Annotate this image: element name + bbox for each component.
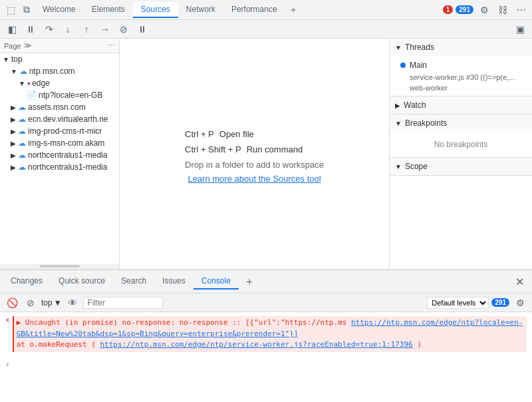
tab-issues[interactable]: Issues — [154, 274, 194, 290]
step-icon[interactable]: → — [97, 21, 113, 37]
devtools-window: ⬚ ⧉ Welcome Elements Sources Network Per… — [0, 0, 532, 402]
step-out-icon[interactable]: ↑ — [78, 21, 94, 37]
tree-label-assets: assets.msn.com — [28, 102, 86, 112]
error-text-1: ▶ Uncaught (in promise) no-response: no-… — [17, 318, 347, 327]
tree-item-ntp-file[interactable]: 📄 ntp?locale=en-GB — [0, 89, 113, 101]
tree-label-top: top — [11, 55, 23, 64]
inspect-icon[interactable]: ⬚ — [3, 2, 19, 18]
pause-icon[interactable]: ⏸ — [23, 21, 39, 37]
console-filter-icon[interactable]: ⊘ — [23, 295, 39, 311]
tab-elements[interactable]: Elements — [84, 2, 133, 18]
tree-label-edge: edge — [32, 79, 50, 88]
error-text-2: at o.makeRequest ( — [17, 340, 96, 349]
tree-item-assets[interactable]: ▶ ☁ assets.msn.com — [0, 101, 119, 113]
top-label: top — [41, 298, 53, 307]
scope-header[interactable]: ▼ Scope — [390, 158, 532, 175]
error-message-row: ✕ ▶ Uncaught (in promise) no-response: n… — [5, 315, 527, 353]
tree-label-north2: northcentralus1-media — [28, 162, 107, 172]
thread-service-worker[interactable]: service-worker.js #30 (()=>p(e,... — [390, 72, 532, 83]
chevron-right-icon-2: ▶ — [11, 116, 16, 123]
add-console-tab-icon[interactable]: ＋ — [239, 272, 260, 292]
remote-icon[interactable]: ⛓ — [495, 2, 511, 18]
cloud-icon-5: ☁ — [18, 138, 26, 148]
tree-item-ecn[interactable]: ▶ ☁ ecn.dev.virtualearth.ne — [0, 113, 119, 125]
tree-label-ntp-msn: ntp.msn.com — [29, 67, 75, 76]
tree-item-img-prod[interactable]: ▶ ☁ img-prod-cms-rt-micr — [0, 125, 119, 137]
tree-item-north2[interactable]: ▶ ☁ northcentralus1-media — [0, 161, 119, 173]
right-sidebar-toggle[interactable]: ▣ — [512, 21, 528, 37]
console-eye-icon[interactable]: 👁 — [65, 295, 80, 311]
sidebar-toggle-icon[interactable]: ◧ — [4, 21, 20, 37]
close-console-icon[interactable]: ✕ — [510, 273, 529, 291]
cloud-icon: ☁ — [19, 67, 27, 76]
tree-item-top[interactable]: ▼ top — [0, 53, 119, 65]
chevron-down-icon-3: ▼ — [19, 80, 25, 87]
tab-search[interactable]: Search — [113, 274, 154, 290]
console-badge: 291 — [456, 5, 473, 14]
device-icon[interactable]: ⧉ — [19, 2, 35, 18]
tab-welcome[interactable]: Welcome — [35, 2, 84, 18]
settings-icon[interactable]: ⚙ — [476, 2, 492, 18]
tree-label-img-s: img-s-msn-com.akam — [28, 138, 104, 148]
console-log-area: ✕ ▶ Uncaught (in promise) no-response: n… — [0, 312, 532, 402]
thread-main[interactable]: Main — [390, 59, 532, 72]
tab-performance[interactable]: Performance — [223, 2, 285, 18]
console-input[interactable] — [14, 360, 527, 369]
tree-item-north1[interactable]: ▶ ☁ northcentralus1-media — [0, 149, 119, 161]
editor-area: Ctrl + P Open file Ctrl + Shift + P Run … — [120, 39, 389, 269]
cloud-icon-3: ☁ — [18, 114, 26, 124]
tree-label-north1: northcentralus1-media — [28, 150, 107, 160]
console-settings-icon[interactable]: ⚙ — [512, 295, 528, 311]
shortcut-run-command: Ctrl + Shift + P Run command — [185, 144, 324, 154]
breakpoints-header[interactable]: ▼ Breakpoints — [390, 114, 532, 132]
middle-section: Page ≫ ⋯ ▼ top ▼ ☁ ntp.msn.com ▼ ▪ edge — [0, 39, 532, 269]
deactivate-icon[interactable]: ⊘ — [116, 21, 132, 37]
watch-header[interactable]: ▶ Watch — [390, 97, 532, 114]
learn-more-link[interactable]: Learn more about the Sources tool — [185, 174, 324, 184]
breakpoints-chevron-icon: ▼ — [395, 120, 402, 127]
threads-content: Main service-worker.js #30 (()=>p(e,... … — [390, 56, 532, 96]
tab-console[interactable]: Console — [194, 274, 239, 290]
threads-header[interactable]: ▼ Threads — [390, 39, 532, 56]
error-link-2[interactable]: https://ntp.msn.com/edge/ntp/service-wor… — [100, 340, 412, 349]
console-error-message: ▶ Uncaught (in promise) no-response: no-… — [13, 316, 527, 352]
bottom-tabs-bar: Changes Quick source Search Issues Conso… — [0, 270, 532, 294]
thread-web-worker[interactable]: web-worker — [390, 83, 532, 93]
chevron-right-icon: ▶ — [11, 104, 16, 111]
top-arrow-icon: ▼ — [54, 298, 62, 307]
more-dots[interactable]: ⋯ — [108, 41, 115, 50]
watch-label: Watch — [404, 100, 426, 110]
scope-label: Scope — [405, 162, 428, 171]
threads-label: Threads — [405, 43, 434, 52]
tree-item-img-s[interactable]: ▶ ☁ img-s-msn-com.akam — [0, 137, 119, 149]
more-icon[interactable]: ⋯ — [513, 2, 529, 18]
chevron-right-icon-5: ▶ — [11, 152, 16, 159]
tab-changes[interactable]: Changes — [3, 274, 51, 290]
add-tab-icon[interactable]: ＋ — [285, 2, 301, 18]
scope-chevron-icon: ▼ — [395, 163, 402, 170]
top-tab-bar: ⬚ ⧉ Welcome Elements Sources Network Per… — [0, 0, 532, 20]
pause-exceptions-icon[interactable]: ⏸ — [134, 21, 150, 37]
bottom-section: Changes Quick source Search Issues Conso… — [0, 269, 532, 402]
console-filter-input[interactable] — [83, 297, 163, 309]
key-combo-2: Ctrl + Shift + P — [185, 144, 241, 154]
action-label-1: Open file — [219, 129, 254, 139]
top-context-selector[interactable]: top ▼ — [41, 298, 62, 307]
file-tree-header: Page ≫ ⋯ — [0, 39, 119, 53]
tree-item-ntp-msn[interactable]: ▼ ☁ ntp.msn.com — [0, 65, 119, 77]
right-toggle-icon-btn[interactable]: ▣ — [512, 21, 528, 37]
tab-quick-source[interactable]: Quick source — [51, 274, 113, 290]
console-messages: ✕ ▶ Uncaught (in promise) no-response: n… — [0, 312, 532, 357]
chevron-down-icon: ▼ — [3, 56, 9, 63]
tab-network[interactable]: Network — [178, 2, 223, 18]
tab-sources[interactable]: Sources — [133, 2, 178, 18]
step-into-icon[interactable]: ↓ — [60, 21, 76, 37]
tree-label-img-prod: img-prod-cms-rt-micr — [28, 126, 102, 136]
tree-item-edge[interactable]: ▼ ▪ edge — [0, 77, 119, 89]
log-level-selector[interactable]: Default levels — [427, 297, 489, 309]
step-over-icon[interactable]: ↷ — [41, 21, 57, 37]
expand-icon[interactable]: ≫ — [24, 41, 32, 50]
console-input-row: › — [0, 357, 532, 371]
watch-section: ▶ Watch — [390, 97, 532, 114]
console-clear-icon[interactable]: 🚫 — [4, 295, 20, 311]
